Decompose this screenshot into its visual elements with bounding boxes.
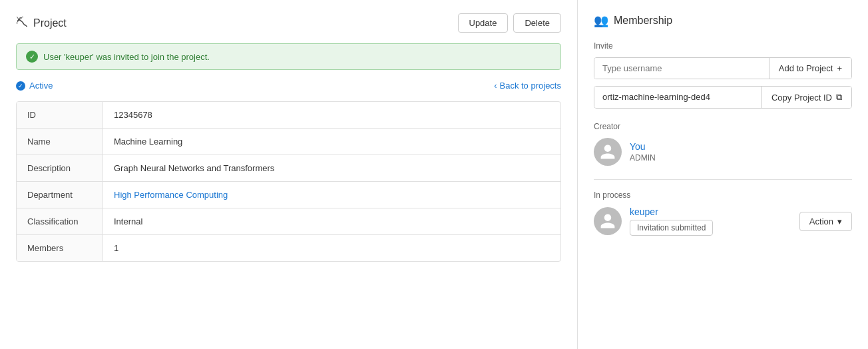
creator-section: Creator You ADMIN	[594, 122, 852, 166]
project-id-row: ortiz-machine-learning-ded4 Copy Project…	[594, 86, 852, 109]
field-label-members: Members	[17, 235, 103, 261]
invite-section-label: Invite	[594, 41, 852, 51]
copy-project-id-button[interactable]: Copy Project ID ⧉	[761, 87, 851, 108]
username-input[interactable]	[594, 58, 769, 79]
back-label: Back to projects	[500, 81, 562, 91]
project-id-value: ortiz-machine-learning-ded4	[594, 87, 761, 108]
plus-icon: +	[837, 63, 842, 73]
field-value-members: 1	[103, 235, 560, 261]
chevron-down-icon: ▾	[837, 216, 842, 226]
update-button[interactable]: Update	[458, 13, 509, 33]
creator-user-info: You ADMIN	[630, 141, 656, 163]
membership-title: Membership	[614, 15, 672, 27]
status-dot-icon: ✓	[16, 81, 25, 91]
creator-user-row: You ADMIN	[594, 138, 852, 166]
status-row: ✓ Active ‹ Back to projects	[16, 81, 561, 91]
in-process-right: keuper Invitation submitted Action ▾	[630, 206, 852, 236]
action-dropdown[interactable]: Action ▾	[799, 212, 852, 231]
creator-avatar-icon	[599, 143, 616, 161]
left-panel: ⛏ Project Update Delete ✓ User 'keuper' …	[0, 0, 578, 349]
delete-button[interactable]: Delete	[513, 13, 561, 33]
status-label: Active	[29, 81, 53, 91]
panel-header: ⛏ Project Update Delete	[16, 13, 561, 33]
status-badge: ✓ Active	[16, 81, 53, 91]
copy-icon: ⧉	[836, 92, 842, 103]
success-message: User 'keuper' was invited to join the pr…	[43, 52, 210, 62]
field-label-classification: Classification	[17, 208, 103, 234]
field-value-department: High Performance Computing	[103, 182, 560, 208]
project-title-label: Project	[33, 17, 67, 29]
table-row: Department High Performance Computing	[17, 182, 560, 208]
table-row: Name Machine Learning	[17, 129, 560, 155]
pending-user-avatar	[594, 207, 622, 235]
in-process-label: In process	[594, 190, 852, 200]
right-panel: 👥 Membership Invite Add to Project + ort…	[578, 0, 868, 349]
field-value-id: 12345678	[103, 102, 560, 128]
creator-avatar	[594, 138, 622, 166]
header-buttons: Update Delete	[458, 13, 562, 33]
field-label-department: Department	[17, 182, 103, 208]
pending-username: keuper	[630, 206, 713, 217]
field-label-name: Name	[17, 129, 103, 155]
field-label-description: Description	[17, 155, 103, 181]
invitation-status-badge: Invitation submitted	[630, 220, 713, 236]
table-row: Members 1	[17, 235, 560, 261]
table-row: Description Graph Neural Networks and Tr…	[17, 155, 560, 182]
creator-section-label: Creator	[594, 122, 852, 131]
pending-avatar-icon	[599, 212, 616, 230]
add-to-project-label: Add to Project	[779, 63, 833, 73]
table-row: Classification Internal	[17, 208, 560, 235]
field-label-id: ID	[17, 102, 103, 128]
field-value-description: Graph Neural Networks and Transformers	[103, 155, 560, 181]
success-banner: ✓ User 'keuper' was invited to join the …	[16, 43, 561, 70]
pending-user-info: keuper Invitation submitted	[630, 206, 713, 236]
panel-title: ⛏ Project	[16, 16, 67, 30]
invite-row: Add to Project +	[594, 57, 852, 79]
action-label: Action	[809, 216, 833, 226]
project-data-table: ID 12345678 Name Machine Learning Descri…	[16, 101, 561, 262]
add-to-project-button[interactable]: Add to Project +	[769, 58, 851, 79]
field-value-classification: Internal	[103, 208, 560, 234]
project-icon: ⛏	[16, 16, 28, 30]
in-process-row: keuper Invitation submitted Action ▾	[594, 206, 852, 236]
success-icon: ✓	[26, 51, 38, 63]
membership-icon: 👥	[594, 13, 608, 28]
back-to-projects-link[interactable]: ‹ Back to projects	[494, 81, 561, 91]
chevron-left-icon: ‹	[494, 81, 497, 91]
in-process-section: In process keuper Invitation submitted A…	[594, 179, 852, 236]
membership-header: 👥 Membership	[594, 13, 852, 28]
copy-project-id-label: Copy Project ID	[771, 93, 832, 103]
field-value-name: Machine Learning	[103, 129, 560, 155]
creator-role: ADMIN	[630, 153, 656, 163]
table-row: ID 12345678	[17, 102, 560, 129]
creator-username: You	[630, 141, 656, 152]
